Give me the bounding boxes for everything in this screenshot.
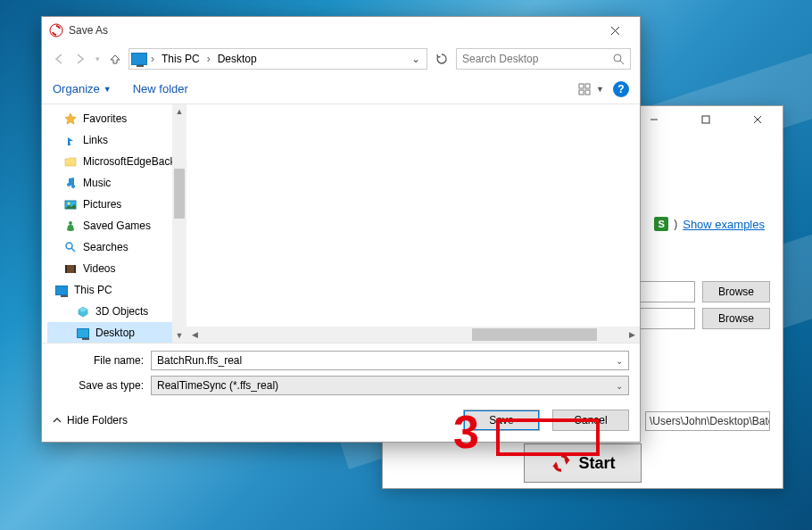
breadcrumb-chev-icon[interactable]: › xyxy=(205,53,212,65)
scroll-thumb[interactable] xyxy=(174,169,185,219)
svg-rect-19 xyxy=(65,265,67,273)
dialog-close-button[interactable] xyxy=(597,20,633,41)
tree-item-pictures[interactable]: Pictures xyxy=(47,194,186,215)
tree-item-label: Favorites xyxy=(83,112,127,125)
this-pc-icon xyxy=(131,53,147,65)
svg-rect-11 xyxy=(579,90,584,95)
tree-item-label: Videos xyxy=(83,262,115,275)
chevron-down-icon: ▼ xyxy=(104,85,112,94)
scroll-right-icon[interactable]: ▶ xyxy=(624,327,640,343)
savetype-label: Save as type: xyxy=(53,379,151,392)
tree-item-label: Desktop xyxy=(95,327,135,339)
svg-line-17 xyxy=(71,248,75,252)
filename-value: BatchRun.ffs_real xyxy=(157,354,242,367)
annotation-highlight xyxy=(496,418,600,456)
browse-button-1[interactable]: Browse xyxy=(702,281,770,302)
tree-item-music[interactable]: Music xyxy=(47,172,186,194)
chevron-up-icon xyxy=(53,416,62,425)
svg-point-7 xyxy=(614,54,621,62)
tree-item-desktop[interactable]: Desktop xyxy=(47,322,186,343)
svg-point-15 xyxy=(69,221,72,225)
svg-line-8 xyxy=(620,61,624,64)
this-pc-icon xyxy=(54,283,69,297)
chevron-down-icon[interactable]: ⌄ xyxy=(616,381,623,391)
tree-item-thispc[interactable]: This PC xyxy=(47,279,186,301)
close-button[interactable] xyxy=(738,107,777,132)
chevron-down-icon[interactable]: ⌄ xyxy=(616,356,623,366)
nav-up-button[interactable] xyxy=(107,51,123,67)
search-input[interactable]: Search Desktop xyxy=(456,48,631,70)
desktop-icon xyxy=(76,326,90,340)
organize-menu[interactable]: Organize ▼ xyxy=(53,82,112,95)
arrow-right-icon xyxy=(74,53,87,65)
tree-item-3dobjects[interactable]: 3D Objects xyxy=(47,301,186,322)
file-list-hscroll[interactable]: ◀ ▶ xyxy=(186,327,640,343)
scroll-left-icon[interactable]: ◀ xyxy=(186,327,203,343)
address-bar[interactable]: › This PC › Desktop ⌄ xyxy=(128,48,427,70)
search-icon xyxy=(613,54,625,65)
breadcrumb-leaf[interactable]: Desktop xyxy=(214,53,261,65)
svg-point-16 xyxy=(66,243,72,249)
pictures-icon xyxy=(63,197,78,211)
tree-item-label: Saved Games xyxy=(83,219,151,232)
maximize-button[interactable] xyxy=(686,107,725,132)
command-path-field[interactable]: \Users\John\Desktop\Batch xyxy=(645,411,770,431)
browse-button-2[interactable]: Browse xyxy=(702,308,770,329)
svg-point-14 xyxy=(68,203,70,205)
videos-icon xyxy=(63,261,78,276)
tree-item-label: This PC xyxy=(74,284,112,296)
tree-item-label: Searches xyxy=(83,241,128,253)
hide-folders-toggle[interactable]: Hide Folders xyxy=(53,414,128,426)
view-icon xyxy=(578,83,594,95)
games-icon xyxy=(63,219,78,233)
tree-item-favorites[interactable]: Favorites xyxy=(47,108,186,129)
nav-forward-button[interactable] xyxy=(72,51,88,67)
links-icon xyxy=(63,133,78,147)
tree-item-links[interactable]: Links xyxy=(47,129,186,151)
tree-scrollbar[interactable]: ▲ ▼ xyxy=(172,104,186,343)
arrow-up-icon xyxy=(109,53,121,65)
tree-item-label: Links xyxy=(83,134,108,146)
breadcrumb-root[interactable]: This PC xyxy=(158,53,203,65)
nav-tree[interactable]: Favorites Links MicrosoftEdgeBack Music … xyxy=(42,104,186,343)
annotation-step-number: 3 xyxy=(453,405,479,459)
address-history-button[interactable]: ⌄ xyxy=(409,53,423,65)
svg-rect-20 xyxy=(74,265,76,273)
svg-rect-9 xyxy=(579,84,584,88)
start-label: Start xyxy=(578,454,615,473)
savetype-value: RealTimeSync (*.ffs_real) xyxy=(157,379,278,392)
scroll-up-icon[interactable]: ▲ xyxy=(172,104,186,119)
nav-back-button[interactable] xyxy=(51,51,67,67)
tree-item-edgeback[interactable]: MicrosoftEdgeBack xyxy=(47,151,186,172)
file-list[interactable] xyxy=(186,104,640,327)
new-folder-button[interactable]: New folder xyxy=(133,82,188,95)
tree-item-label: MicrosoftEdgeBack xyxy=(83,155,175,168)
search-icon xyxy=(63,240,78,254)
breadcrumb-chev-icon[interactable]: › xyxy=(149,53,156,65)
svg-rect-10 xyxy=(585,84,590,88)
tree-item-label: Music xyxy=(83,177,111,189)
scroll-thumb[interactable] xyxy=(472,328,597,341)
tree-item-videos[interactable]: Videos xyxy=(47,258,186,279)
tree-item-savedgames[interactable]: Saved Games xyxy=(47,215,186,236)
refresh-icon xyxy=(435,53,448,65)
tree-item-label: Pictures xyxy=(83,198,121,211)
chevron-down-icon[interactable]: ▾ xyxy=(94,54,102,63)
svg-rect-1 xyxy=(702,116,709,123)
refresh-button[interactable] xyxy=(433,50,451,68)
help-button[interactable]: ? xyxy=(613,81,629,97)
folder-icon xyxy=(63,154,78,169)
music-icon xyxy=(63,176,78,190)
tree-item-searches[interactable]: Searches xyxy=(47,236,186,258)
arrow-left-icon xyxy=(53,53,65,65)
savetype-select[interactable]: RealTimeSync (*.ffs_real) ⌄ xyxy=(151,376,629,395)
chevron-down-icon: ▼ xyxy=(596,85,604,94)
dialog-title: Save As xyxy=(69,24,108,37)
filename-input[interactable]: BatchRun.ffs_real ⌄ xyxy=(151,351,629,370)
view-options-button[interactable]: ▼ xyxy=(578,83,604,95)
search-placeholder: Search Desktop xyxy=(462,53,538,65)
show-examples-link[interactable]: Show examples xyxy=(683,218,765,231)
filename-label: File name: xyxy=(53,354,151,367)
scroll-down-icon[interactable]: ▼ xyxy=(172,328,186,343)
save-as-dialog: Save As ▾ › This PC › Desktop ⌄ xyxy=(41,16,641,443)
